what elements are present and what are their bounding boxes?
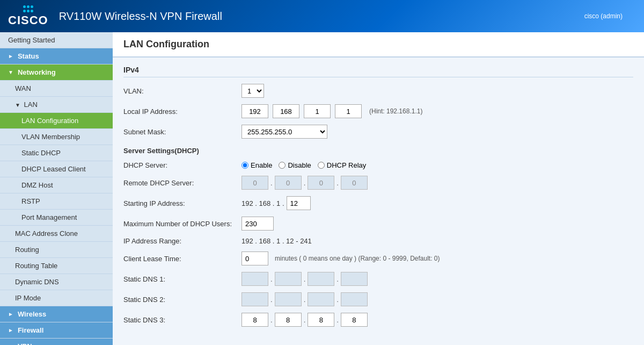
content-area: IPv4 VLAN: 1 2 3 4 Local IP Address: bbox=[113, 58, 644, 341]
sidebar-item-dhcp-leased-client[interactable]: DHCP Leased Client bbox=[0, 161, 113, 177]
local-ip-octet1[interactable] bbox=[241, 104, 268, 118]
subnet-mask-label: Subnet Mask: bbox=[123, 128, 241, 136]
dhcp-section-title: Server Settings(DHCP) bbox=[123, 147, 633, 155]
user-info: cisco (admin) bbox=[584, 12, 623, 20]
remote-dhcp-row: Remote DHCP Server: . . . bbox=[123, 176, 633, 190]
static-dns2-label: Static DNS 2: bbox=[123, 296, 241, 304]
dhcp-disable-radio[interactable] bbox=[279, 162, 286, 169]
static-dns1-octet4[interactable] bbox=[341, 272, 368, 286]
starting-ip-row: Starting IP Address: 192 . 168 . 1 . bbox=[123, 196, 633, 210]
sidebar-item-lan[interactable]: ▼ LAN bbox=[0, 97, 113, 113]
ip-range-row: IP Address Range: 192 . 168 . 1 . 12 - 2… bbox=[123, 237, 633, 245]
static-dns3-label: Static DNS 3: bbox=[123, 316, 241, 324]
local-ip-label: Local IP Address: bbox=[123, 107, 241, 116]
max-users-control bbox=[241, 217, 274, 231]
sidebar-item-networking[interactable]: ▼ Networking bbox=[0, 64, 113, 81]
sidebar-item-firewall[interactable]: ► Firewall bbox=[0, 322, 113, 339]
sidebar-item-wireless[interactable]: ► Wireless bbox=[0, 306, 113, 322]
vlan-control: 1 2 3 4 bbox=[241, 84, 264, 98]
local-ip-octet3[interactable] bbox=[304, 104, 331, 118]
starting-ip-last[interactable] bbox=[287, 196, 311, 210]
sidebar-item-static-dhcp[interactable]: Static DHCP bbox=[0, 145, 113, 161]
arrow-icon: ► bbox=[8, 311, 13, 317]
static-dns2-row: Static DNS 2: . . . bbox=[123, 292, 633, 306]
static-dns3-octet4[interactable] bbox=[341, 313, 368, 327]
local-ip-octet4[interactable] bbox=[335, 104, 362, 118]
arrow-icon: ► bbox=[8, 53, 13, 59]
static-dns2-octet1[interactable] bbox=[241, 292, 268, 306]
sidebar-item-status[interactable]: ► Status bbox=[0, 48, 113, 64]
dhcp-relay-label[interactable]: DHCP Relay bbox=[318, 161, 366, 169]
subnet-mask-select[interactable]: 255.255.255.0 255.255.0.0 255.0.0.0 bbox=[241, 125, 327, 139]
dhcp-server-row: DHCP Server: Enable Disable DHCP Relay bbox=[123, 161, 633, 169]
max-users-row: Maximum Number of DHCP Users: bbox=[123, 217, 633, 231]
sidebar-item-vlan-membership[interactable]: VLAN Membership bbox=[0, 129, 113, 145]
static-dns3-octet3[interactable] bbox=[308, 313, 334, 327]
sidebar-item-vpn[interactable]: ► VPN bbox=[0, 339, 113, 345]
static-dns1-octet3[interactable] bbox=[308, 272, 334, 286]
starting-ip-label: Starting IP Address: bbox=[123, 199, 241, 207]
static-dns2-octet2[interactable] bbox=[275, 292, 302, 306]
sidebar-item-routing[interactable]: Routing bbox=[0, 242, 113, 258]
static-dns3-control: . . . bbox=[241, 313, 368, 327]
lease-time-label: Client Lease Time: bbox=[123, 255, 241, 263]
dhcp-server-label: DHCP Server: bbox=[123, 161, 241, 169]
ip-range-value: 192 . 168 . 1 . 12 - 241 bbox=[241, 237, 312, 245]
arrow-icon: ▼ bbox=[8, 69, 13, 75]
main-layout: Getting Started ► Status ▼ Networking WA… bbox=[0, 32, 644, 345]
main-content: LAN Configuration IPv4 VLAN: 1 2 3 4 Loc bbox=[113, 32, 644, 345]
static-dns1-octet1[interactable] bbox=[241, 272, 268, 286]
arrow-icon: ▼ bbox=[15, 102, 20, 108]
remote-dhcp-octet3[interactable] bbox=[308, 176, 334, 190]
static-dns2-octet3[interactable] bbox=[308, 292, 334, 306]
sidebar-item-port-management[interactable]: Port Management bbox=[0, 210, 113, 226]
sidebar-item-getting-started[interactable]: Getting Started bbox=[0, 32, 113, 48]
sidebar-item-routing-table[interactable]: Routing Table bbox=[0, 258, 113, 274]
subnet-mask-control: 255.255.255.0 255.255.0.0 255.0.0.0 bbox=[241, 125, 327, 139]
logo-area: CISCO RV110W Wireless-N VPN Firewall bbox=[8, 5, 222, 27]
lease-time-input[interactable] bbox=[241, 251, 268, 265]
vlan-label: VLAN: bbox=[123, 87, 241, 95]
cisco-dots-icon bbox=[23, 5, 33, 12]
vlan-select[interactable]: 1 2 3 4 bbox=[241, 84, 264, 98]
remote-dhcp-octet4[interactable] bbox=[341, 176, 368, 190]
remote-dhcp-octet2[interactable] bbox=[275, 176, 302, 190]
static-dns3-row: Static DNS 3: . . . bbox=[123, 313, 633, 327]
cisco-logo-text: CISCO bbox=[8, 13, 48, 27]
dhcp-enable-radio[interactable] bbox=[241, 162, 248, 169]
remote-dhcp-octet1[interactable] bbox=[241, 176, 268, 190]
sidebar-item-mac-address-clone[interactable]: MAC Address Clone bbox=[0, 226, 113, 242]
static-dns3-octet1[interactable] bbox=[241, 313, 268, 327]
sidebar-item-ip-mode[interactable]: IP Mode bbox=[0, 290, 113, 306]
static-dns1-row: Static DNS 1: . . . bbox=[123, 272, 633, 286]
sidebar-item-rstp[interactable]: RSTP bbox=[0, 193, 113, 210]
lease-time-control: minutes ( 0 means one day ) (Range: 0 - … bbox=[241, 251, 440, 265]
dhcp-disable-label[interactable]: Disable bbox=[279, 161, 311, 169]
sidebar-item-wan[interactable]: WAN bbox=[0, 81, 113, 97]
max-users-input[interactable] bbox=[241, 217, 274, 231]
sidebar-item-dynamic-dns[interactable]: Dynamic DNS bbox=[0, 274, 113, 290]
arrow-icon: ► bbox=[8, 327, 13, 333]
sidebar: Getting Started ► Status ▼ Networking WA… bbox=[0, 32, 113, 345]
sidebar-item-dmz-host[interactable]: DMZ Host bbox=[0, 177, 113, 193]
lease-time-suffix: minutes ( 0 means one day ) (Range: 0 - … bbox=[275, 255, 440, 262]
static-dns1-label: Static DNS 1: bbox=[123, 275, 241, 283]
static-dns2-control: . . . bbox=[241, 292, 368, 306]
vlan-row: VLAN: 1 2 3 4 bbox=[123, 84, 633, 98]
static-dns2-octet4[interactable] bbox=[341, 292, 368, 306]
starting-ip-control: 192 . 168 . 1 . bbox=[241, 196, 311, 210]
app-title: RV110W Wireless-N VPN Firewall bbox=[59, 10, 222, 23]
ipv4-section-title: IPv4 bbox=[123, 66, 633, 77]
subnet-mask-row: Subnet Mask: 255.255.255.0 255.255.0.0 2… bbox=[123, 125, 633, 139]
static-dns1-octet2[interactable] bbox=[275, 272, 302, 286]
remote-dhcp-label: Remote DHCP Server: bbox=[123, 179, 241, 187]
local-ip-control: (Hint: 192.168.1.1) bbox=[241, 104, 422, 118]
local-ip-octet2[interactable] bbox=[273, 104, 299, 118]
dhcp-relay-radio[interactable] bbox=[318, 162, 325, 169]
page-title: LAN Configuration bbox=[113, 32, 644, 58]
static-dns3-octet2[interactable] bbox=[275, 313, 302, 327]
local-ip-row: Local IP Address: (Hint: 192.168.1.1) bbox=[123, 104, 633, 118]
dhcp-enable-label[interactable]: Enable bbox=[241, 161, 272, 169]
max-users-label: Maximum Number of DHCP Users: bbox=[123, 220, 241, 228]
sidebar-item-lan-configuration[interactable]: LAN Configuration bbox=[0, 113, 113, 129]
